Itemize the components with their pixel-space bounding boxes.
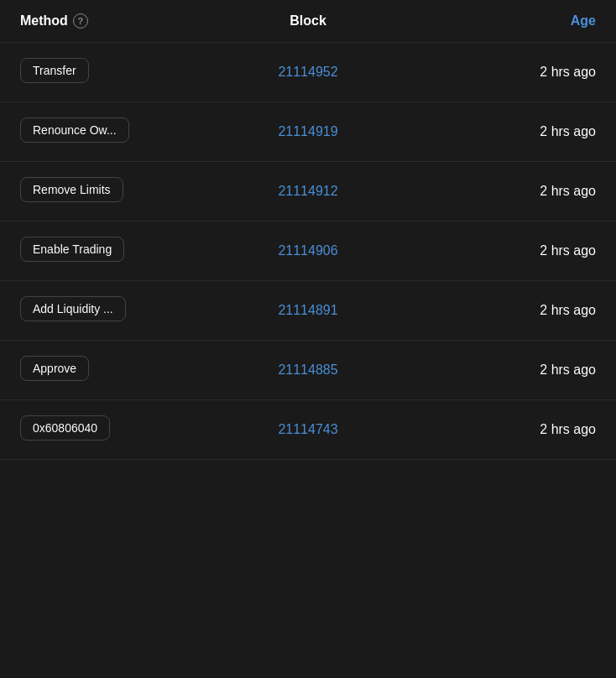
age-text: 2 hrs ago <box>404 362 596 378</box>
table-row: Remove Limits 21114912 2 hrs ago <box>0 162 616 222</box>
method-cell: Transfer <box>20 58 212 86</box>
method-badge[interactable]: 0x60806040 <box>20 415 110 441</box>
table-row: 0x60806040 21114743 2 hrs ago <box>0 400 616 460</box>
method-badge[interactable]: Transfer <box>20 58 89 83</box>
block-number[interactable]: 21114912 <box>212 184 405 199</box>
age-text: 2 hrs ago <box>404 124 596 139</box>
method-cell: 0x60806040 <box>20 415 212 444</box>
method-label: Method <box>20 13 68 29</box>
method-cell: Add Liquidity ... <box>20 296 212 325</box>
age-text: 2 hrs ago <box>404 422 596 437</box>
block-number[interactable]: 21114891 <box>212 303 405 318</box>
age-text: 2 hrs ago <box>404 65 596 80</box>
age-column-header[interactable]: Age <box>404 13 596 29</box>
block-number[interactable]: 21114952 <box>212 65 405 80</box>
method-badge[interactable]: Add Liquidity ... <box>20 296 126 321</box>
block-number[interactable]: 21114885 <box>212 362 405 378</box>
table-row: Renounce Ow... 21114919 2 hrs ago <box>0 102 616 162</box>
table-body: Transfer 21114952 2 hrs ago Renounce Ow.… <box>0 43 616 460</box>
table-row: Transfer 21114952 2 hrs ago <box>0 43 616 102</box>
table-row: Enable Trading 21114906 2 hrs ago <box>0 222 616 281</box>
block-number[interactable]: 21114919 <box>212 124 405 139</box>
method-badge[interactable]: Renounce Ow... <box>20 117 129 143</box>
transactions-table: Method ? Block Age Transfer 21114952 2 h… <box>0 0 616 460</box>
age-text: 2 hrs ago <box>404 243 596 258</box>
block-number[interactable]: 21114743 <box>212 422 405 437</box>
method-cell: Renounce Ow... <box>20 117 212 146</box>
table-row: Approve 21114885 2 hrs ago <box>0 341 616 400</box>
method-badge[interactable]: Approve <box>20 356 89 381</box>
method-badge[interactable]: Enable Trading <box>20 237 124 262</box>
help-icon[interactable]: ? <box>73 13 88 29</box>
method-cell: Remove Limits <box>20 177 212 206</box>
method-badge[interactable]: Remove Limits <box>20 177 123 202</box>
block-column-header: Block <box>212 13 405 29</box>
method-cell: Enable Trading <box>20 237 212 265</box>
method-column-header: Method ? <box>20 13 212 29</box>
method-cell: Approve <box>20 356 212 384</box>
block-number[interactable]: 21114906 <box>212 243 405 258</box>
age-text: 2 hrs ago <box>404 184 596 199</box>
table-header: Method ? Block Age <box>0 0 616 43</box>
age-text: 2 hrs ago <box>404 303 596 318</box>
table-row: Add Liquidity ... 21114891 2 hrs ago <box>0 281 616 341</box>
